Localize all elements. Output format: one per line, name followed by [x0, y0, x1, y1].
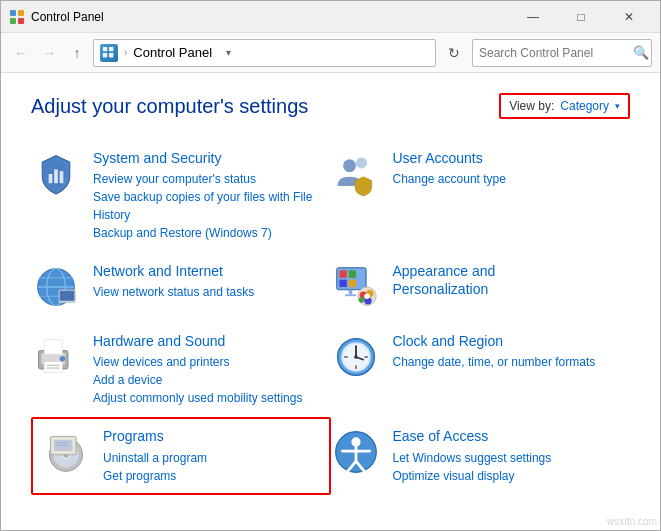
svg-point-51 — [354, 355, 358, 359]
app-icon — [9, 9, 25, 25]
title-bar-controls: — □ ✕ — [510, 2, 652, 32]
system-link-3[interactable]: Backup and Restore (Windows 7) — [93, 224, 321, 242]
category-network-text: Network and Internet View network status… — [93, 262, 321, 301]
view-by-value[interactable]: Category — [560, 99, 609, 113]
title-bar: Control Panel — □ ✕ — [1, 1, 660, 33]
category-hardware-links: View devices and printers Add a device A… — [93, 353, 321, 407]
hardware-link-2[interactable]: Add a device — [93, 371, 321, 389]
category-programs-links: Uninstall a program Get programs — [103, 449, 321, 485]
clock-icon — [331, 332, 381, 382]
address-bar: ← → ↑ › Control Panel ▾ ↻ 🔍 — [1, 33, 660, 73]
ease-link-2[interactable]: Optimize visual display — [393, 467, 621, 485]
address-dropdown-button[interactable]: ▾ — [218, 40, 238, 66]
category-clock[interactable]: Clock and Region Change date, time, or n… — [331, 322, 631, 417]
window-title: Control Panel — [31, 10, 104, 24]
svg-rect-0 — [10, 10, 16, 16]
category-user-title[interactable]: User Accounts — [393, 149, 621, 167]
svg-rect-10 — [60, 171, 64, 183]
svg-rect-7 — [109, 53, 113, 57]
svg-rect-27 — [344, 295, 355, 297]
user-link-1[interactable]: Change account type — [393, 170, 621, 188]
category-hardware-title[interactable]: Hardware and Sound — [93, 332, 321, 350]
svg-rect-6 — [103, 53, 107, 57]
appearance-icon — [331, 262, 381, 312]
category-user-text: User Accounts Change account type — [393, 149, 621, 188]
svg-rect-24 — [339, 280, 346, 287]
minimize-button[interactable]: — — [510, 2, 556, 32]
category-programs-title[interactable]: Programs — [103, 427, 321, 445]
breadcrumb-separator: › — [124, 47, 127, 58]
svg-point-32 — [358, 297, 364, 303]
svg-rect-2 — [10, 18, 16, 24]
view-by-container[interactable]: View by: Category ▾ — [499, 93, 630, 119]
svg-point-11 — [343, 159, 356, 172]
category-user[interactable]: User Accounts Change account type — [331, 139, 631, 252]
network-link-1[interactable]: View network status and tasks — [93, 283, 321, 301]
svg-point-40 — [60, 356, 66, 362]
clock-link-1[interactable]: Change date, time, or number formats — [393, 353, 621, 371]
svg-rect-25 — [348, 280, 355, 287]
search-input[interactable] — [479, 46, 629, 60]
svg-rect-23 — [348, 271, 355, 278]
title-bar-left: Control Panel — [9, 9, 104, 25]
category-ease[interactable]: Ease of Access Let Windows suggest setti… — [331, 417, 631, 494]
view-by-label: View by: — [509, 99, 554, 113]
category-appearance[interactable]: Appearance andPersonalization — [331, 252, 631, 322]
category-network-links: View network status and tasks — [93, 283, 321, 301]
category-programs-text: Programs Uninstall a program Get program… — [103, 427, 321, 484]
programs-link-2[interactable]: Get programs — [103, 467, 321, 485]
category-system-text: System and Security Review your computer… — [93, 149, 321, 242]
programs-icon — [41, 427, 91, 477]
svg-point-33 — [364, 294, 370, 300]
search-icon: 🔍 — [633, 45, 649, 60]
page-title: Adjust your computer's settings — [31, 95, 308, 118]
category-clock-text: Clock and Region Change date, time, or n… — [393, 332, 621, 371]
breadcrumb-label: Control Panel — [133, 45, 212, 60]
category-hardware-text: Hardware and Sound View devices and prin… — [93, 332, 321, 407]
svg-rect-5 — [109, 46, 113, 50]
refresh-button[interactable]: ↻ — [440, 39, 468, 67]
svg-point-12 — [356, 157, 367, 168]
svg-rect-9 — [54, 169, 58, 183]
categories-grid: System and Security Review your computer… — [31, 139, 630, 495]
svg-rect-36 — [44, 340, 62, 355]
category-system-links: Review your computer's status Save backu… — [93, 170, 321, 242]
category-ease-text: Ease of Access Let Windows suggest setti… — [393, 427, 621, 484]
category-programs[interactable]: Programs Uninstall a program Get program… — [31, 417, 331, 494]
svg-rect-37 — [44, 362, 62, 373]
hardware-icon — [31, 332, 81, 382]
up-button[interactable]: ↑ — [65, 41, 89, 65]
forward-button[interactable]: → — [37, 41, 61, 65]
category-system[interactable]: System and Security Review your computer… — [31, 139, 331, 252]
page-header: Adjust your computer's settings View by:… — [31, 93, 630, 119]
user-icon — [331, 149, 381, 199]
hardware-link-1[interactable]: View devices and printers — [93, 353, 321, 371]
category-network-title[interactable]: Network and Internet — [93, 262, 321, 280]
category-ease-title[interactable]: Ease of Access — [393, 427, 621, 445]
system-icon — [31, 149, 81, 199]
svg-rect-3 — [18, 18, 24, 24]
breadcrumb-icon — [100, 44, 118, 62]
search-box[interactable]: 🔍 — [472, 39, 652, 67]
network-icon — [31, 262, 81, 312]
category-clock-title[interactable]: Clock and Region — [393, 332, 621, 350]
category-network[interactable]: Network and Internet View network status… — [31, 252, 331, 322]
category-appearance-text: Appearance andPersonalization — [393, 262, 621, 301]
back-button[interactable]: ← — [9, 41, 33, 65]
programs-link-1[interactable]: Uninstall a program — [103, 449, 321, 467]
svg-rect-26 — [348, 290, 352, 295]
ease-icon — [331, 427, 381, 477]
category-system-title[interactable]: System and Security — [93, 149, 321, 167]
hardware-link-3[interactable]: Adjust commonly used mobility settings — [93, 389, 321, 407]
maximize-button[interactable]: □ — [558, 2, 604, 32]
category-appearance-title[interactable]: Appearance andPersonalization — [393, 262, 621, 298]
ease-link-1[interactable]: Let Windows suggest settings — [393, 449, 621, 467]
close-button[interactable]: ✕ — [606, 2, 652, 32]
system-link-2[interactable]: Save backup copies of your files with Fi… — [93, 188, 321, 224]
address-field[interactable]: › Control Panel ▾ — [93, 39, 436, 67]
category-hardware[interactable]: Hardware and Sound View devices and prin… — [31, 322, 331, 417]
system-link-1[interactable]: Review your computer's status — [93, 170, 321, 188]
watermark: wsxdn.com — [607, 516, 657, 527]
view-by-arrow-icon: ▾ — [615, 101, 620, 111]
svg-rect-8 — [49, 174, 53, 183]
